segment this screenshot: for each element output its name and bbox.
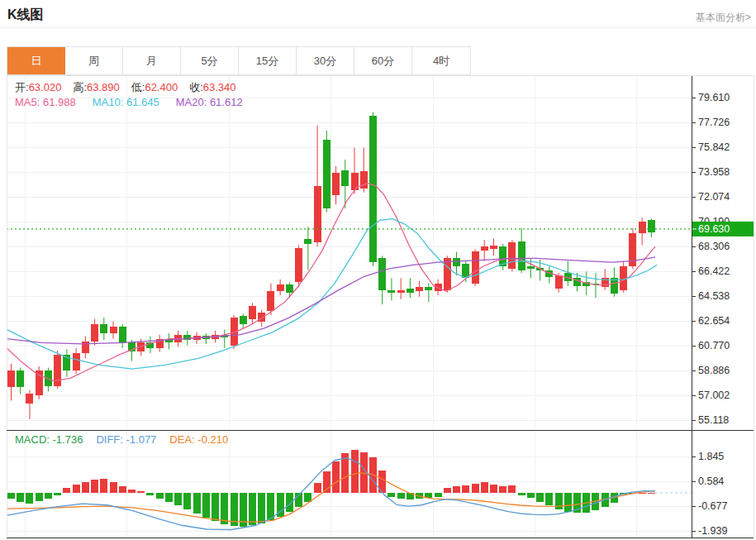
macd-bar	[490, 485, 497, 493]
macd-bar	[518, 493, 525, 495]
macd-bar	[508, 485, 516, 493]
kline-widget: K线图 基本面分析> 日周月5分15分30分60分4时 开:63.020高:63…	[0, 0, 756, 540]
fundamental-analysis-link[interactable]: 基本面分析>	[696, 11, 751, 25]
candle-body	[17, 370, 24, 388]
macd-bar	[82, 482, 89, 493]
ma-info: MA5: 61.988MA10: 61.645MA20: 61.612	[15, 96, 259, 108]
macd-info: MACD: -1.736DIFF: -1.077DEA: -0.210	[15, 433, 241, 446]
ma20-value: MA20: 61.612	[176, 96, 243, 108]
tab-60分[interactable]: 60分	[354, 47, 412, 74]
y-axis-label: -1.939	[698, 525, 727, 537]
macd-bar	[258, 493, 265, 523]
tab-日[interactable]: 日	[7, 47, 65, 74]
y-axis-label: 68.306	[698, 241, 730, 252]
ohlc-item-1: 高:63.890	[73, 81, 119, 93]
macd-bar	[156, 493, 164, 499]
macd-bar	[545, 493, 553, 505]
candle-body	[82, 342, 89, 353]
candle-body	[648, 220, 655, 232]
candle-body	[388, 290, 395, 293]
macd-bar	[36, 493, 43, 501]
candle-body	[240, 316, 247, 324]
macd-bar	[481, 482, 488, 493]
macd-bar	[146, 493, 154, 495]
ma10-value: MA10: 61.645	[93, 96, 159, 108]
candle-body	[323, 140, 330, 208]
candle-body	[397, 290, 405, 293]
ohlc-item-2: 低:62.400	[131, 81, 178, 93]
candle-body	[295, 248, 302, 282]
macd-value: MACD: -1.736	[15, 433, 83, 446]
candle-body	[555, 275, 563, 289]
macd-bar	[435, 493, 442, 497]
macd-bar	[54, 493, 61, 495]
tab-4时[interactable]: 4时	[412, 47, 470, 74]
macd-bar	[564, 493, 572, 512]
candle-body	[369, 116, 377, 262]
macd-bar	[202, 493, 210, 518]
tab-5分[interactable]: 5分	[181, 47, 239, 74]
macd-bar	[100, 479, 107, 493]
tab-周[interactable]: 周	[65, 47, 123, 74]
macd-bar	[193, 493, 201, 514]
y-axis-label: 66.422	[698, 265, 730, 277]
candle-body	[508, 242, 516, 269]
candle-body	[481, 246, 488, 251]
macd-bar	[332, 461, 340, 493]
macd-bar	[397, 493, 405, 499]
candle-body	[277, 284, 284, 291]
macd-bar	[453, 486, 460, 493]
macd-bar	[648, 493, 655, 494]
y-axis-label: 77.726	[698, 117, 730, 128]
diff-value: DIFF: -1.077	[96, 433, 156, 446]
macd-bar	[212, 493, 219, 521]
candle-body	[416, 287, 423, 291]
y-axis-label: 64.538	[698, 290, 730, 302]
macd-bar	[221, 493, 228, 524]
macd-bar	[341, 453, 349, 493]
ohlc-item-0: 开:63.020	[15, 81, 61, 93]
candle-body	[26, 394, 33, 403]
candle-body	[249, 306, 256, 319]
macd-bar	[314, 483, 321, 493]
macd-bar	[110, 482, 117, 493]
macd-bar	[73, 485, 80, 493]
macd-bar	[45, 493, 52, 499]
candle-body	[527, 266, 535, 269]
header-divider	[0, 27, 756, 28]
candle-body	[453, 258, 460, 266]
ma5-value: MA5: 61.988	[15, 96, 76, 108]
y-axis-label: 60.770	[698, 340, 730, 351]
y-axis-label: 73.958	[698, 166, 730, 178]
macd-bar	[7, 493, 15, 499]
macd-bar	[128, 490, 136, 493]
dea-value: DEA: -0.210	[169, 433, 228, 446]
macd-bar	[499, 486, 506, 493]
macd-bar	[165, 493, 173, 502]
ohlc-item-3: 收:63.340	[189, 81, 235, 93]
y-axis-label: 57.002	[698, 389, 730, 401]
macd-bar	[536, 493, 544, 502]
candle-body	[341, 170, 349, 186]
macd-bar	[183, 493, 191, 509]
candle-body	[100, 324, 107, 333]
macd-bar	[17, 493, 24, 502]
y-axis-label: 1.845	[698, 451, 724, 462]
macd-bar	[137, 491, 145, 493]
candle-body	[407, 289, 414, 293]
y-axis-label: 58.886	[698, 365, 730, 376]
candle-body	[444, 258, 451, 289]
candle-body	[518, 241, 525, 270]
macd-bar	[527, 493, 535, 498]
macd-bar	[91, 480, 98, 493]
tab-月[interactable]: 月	[123, 47, 181, 74]
candle-body	[54, 355, 61, 386]
tab-15分[interactable]: 15分	[239, 47, 297, 74]
candle-body	[472, 251, 479, 283]
tab-30分[interactable]: 30分	[297, 47, 354, 74]
ohlc-info: 开:63.020高:63.890低:62.400收:63.340	[15, 80, 248, 95]
y-axis-label: 75.842	[698, 141, 730, 153]
y-axis-label: 0.584	[698, 475, 724, 487]
candle-body	[119, 327, 126, 342]
candle-body	[378, 258, 386, 289]
